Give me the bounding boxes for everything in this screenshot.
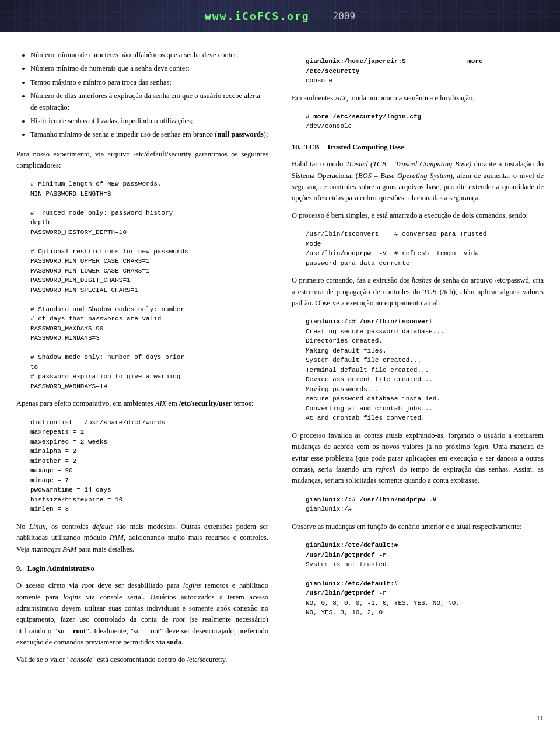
code-block-modprpw-output: gianlunix:/:# /usr/lbin/modprpw -V gianl… (292, 493, 544, 517)
code-block-securetty: gianlunix:/home/japereir:$ more /etc/sec… (292, 54, 544, 88)
list-item: Tempo máximo e mínimo para troca das sen… (30, 77, 268, 88)
code-block-security-user: dictionlist = /usr/share/dict/words maxr… (16, 416, 268, 517)
para-console: Valide se o valor "console" está descome… (16, 654, 268, 665)
section-10: 10. TCB – Trusted Computing Base (292, 142, 544, 153)
header-site: www.iCoFCS.org (205, 10, 310, 22)
list-item: Número de dias anteriores à expiração da… (30, 90, 268, 113)
page-number: 11 (536, 713, 544, 723)
section-10-para1: Habilitar o modo Trusted (TCB – Trusted … (292, 159, 544, 204)
header-banner: www.iCoFCS.org 2009 (0, 0, 560, 32)
code-block-getprdef2: gianlunix:/etc/default:# /usr/lbin/getpr… (292, 577, 544, 620)
header-year: 2009 (333, 11, 356, 22)
code-block-getprdef1: gianlunix:/etc/default:# /usr/lbin/getpr… (292, 538, 544, 572)
right-column: gianlunix:/home/japereir:$ more /etc/sec… (280, 50, 544, 671)
section-10-para3: O primeiro comando, faz a extrusão dos h… (292, 275, 544, 309)
bullet-list: Número mínimo de caracteres não-alfabéti… (16, 50, 268, 141)
code-block-password-config: # Minimum length of NEW passwords. MIN_P… (16, 177, 268, 393)
list-item: Tamanho mínimo de senha e impedir uso de… (30, 129, 268, 140)
list-item: Número mínimo de numerais que a senha de… (30, 63, 268, 74)
list-item: Número mínimo de caracteres não-alfabéti… (30, 50, 268, 61)
section-10-para2: O processo é bem simples, e está amarrad… (292, 210, 544, 221)
code-block-tsconvert-output: gianlunix:/:# /usr/lbin/tsconvert Creati… (292, 315, 544, 426)
para-aix-semantic: Em ambientes AIX, muda um pouco a semânt… (292, 93, 544, 104)
list-item: Histórico de senhas utilizadas, impedind… (30, 116, 268, 127)
section-9-title: 9. Login Administrativo (16, 563, 268, 574)
para-linux-controls: No Linux, os controles default são mais … (16, 521, 268, 555)
left-column: Número mínimo de caracteres não-alfabéti… (16, 50, 280, 671)
para-experiment: Para nosso experimento, via arquivo /etc… (16, 149, 268, 172)
content-area: Número mínimo de caracteres não-alfabéti… (0, 32, 560, 689)
section-10-para4: O processo invalida as contas atuais exp… (292, 430, 544, 487)
section-9-para1: O acesso direto via root deve ser desabi… (16, 580, 268, 648)
section-9: 9. Login Administrativo (16, 563, 268, 574)
section-10-para5: Observe as mudanças em função do cenário… (292, 521, 544, 532)
code-block-commands: /usr/lbin/tsconvert # conversao para Tru… (292, 227, 544, 270)
page-wrapper: www.iCoFCS.org 2009 Número mínimo de car… (0, 0, 560, 732)
para-aix-comparison: Apenas para efeito comparativo, em ambie… (16, 398, 268, 409)
code-block-aix-login-cfg: # more /etc/securety/login.cfg /dev/cons… (292, 110, 544, 134)
section-10-title: 10. TCB – Trusted Computing Base (292, 142, 544, 153)
